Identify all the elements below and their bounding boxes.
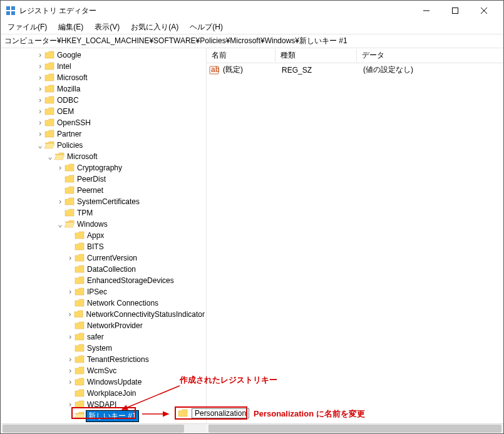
tree-node-label[interactable]: Microsoft xyxy=(56,73,89,82)
tree-node-label[interactable]: safer xyxy=(86,333,105,341)
tree-pane[interactable]: ›Google›Intel›Microsoft›Mozilla›ODBC›OEM… xyxy=(1,48,207,425)
tree-node[interactable]: PeerDist xyxy=(56,173,206,185)
maximize-button[interactable] xyxy=(441,1,470,20)
tree-node[interactable]: ›ODBC xyxy=(36,95,206,106)
chevron-right-icon[interactable]: › xyxy=(56,163,64,172)
tree-node-label[interactable]: OEM xyxy=(56,107,75,116)
menu-edit[interactable]: 編集(E) xyxy=(54,21,88,34)
tree-node-label[interactable]: Microsoft xyxy=(66,152,99,161)
tree-node-label[interactable]: PeerDist xyxy=(76,175,107,183)
tree-node-label[interactable]: IPSec xyxy=(86,287,108,296)
tree-node[interactable]: TPM xyxy=(56,207,206,219)
chevron-down-icon[interactable]: ⌄ xyxy=(36,141,44,150)
menu-file[interactable]: ファイル(F) xyxy=(3,21,51,34)
tree-node[interactable]: ›safer xyxy=(66,331,206,343)
close-button[interactable] xyxy=(470,1,498,20)
chevron-right-icon[interactable]: › xyxy=(36,96,44,105)
chevron-right-icon[interactable]: › xyxy=(36,130,44,138)
tree-node[interactable]: ›NetworkConnectivityStatusIndicator xyxy=(66,309,206,320)
tree-node-label[interactable]: ODBC xyxy=(56,96,80,105)
tree-node[interactable]: ›SystemCertificates xyxy=(56,196,206,207)
col-name[interactable]: 名前 xyxy=(207,49,275,62)
menu-help[interactable]: ヘルプ(H) xyxy=(185,21,227,34)
scrollbar-h-values[interactable] xyxy=(207,423,503,433)
tree-node-label[interactable]: EnhancedStorageDevices xyxy=(86,276,175,285)
folder-icon xyxy=(44,130,54,138)
minimize-button[interactable] xyxy=(412,1,441,20)
value-data: (値の設定なし) xyxy=(358,65,503,75)
tree-node[interactable]: ›OpenSSH xyxy=(36,117,206,128)
tree-node-label[interactable]: TPM xyxy=(76,209,94,217)
chevron-down-icon[interactable]: ⌄ xyxy=(46,152,54,161)
tree-node-label[interactable]: Peernet xyxy=(76,186,105,195)
tree-node-label[interactable]: SystemCertificates xyxy=(76,197,141,206)
tree-node-label[interactable]: TenantRestrictions xyxy=(86,355,150,364)
tree-node-label[interactable]: System xyxy=(86,344,113,353)
tree-node-label[interactable]: Appx xyxy=(86,231,105,240)
tree-node-label[interactable]: CurrentVersion xyxy=(86,254,138,262)
tree-node[interactable]: EnhancedStorageDevices xyxy=(66,275,206,286)
tree-node[interactable]: ›Partner xyxy=(36,128,206,140)
chevron-right-icon[interactable]: › xyxy=(66,355,75,364)
chevron-right-icon[interactable]: › xyxy=(56,197,64,206)
tree-node[interactable]: ⌄Windows xyxy=(56,219,206,230)
tree-node-label[interactable]: NetworkConnectivityStatusIndicator xyxy=(85,310,206,319)
tree-node[interactable]: ⌄Microsoft xyxy=(46,151,206,162)
chevron-right-icon[interactable]: › xyxy=(36,73,44,82)
tree-node[interactable]: System xyxy=(66,343,206,354)
tree-node[interactable]: BITS xyxy=(66,241,206,252)
menu-view[interactable]: 表示(V) xyxy=(90,21,124,34)
chevron-right-icon[interactable]: › xyxy=(66,378,75,386)
values-pane[interactable]: 名前 種類 データ ab (既定) REG_SZ (値の設定なし) xyxy=(207,48,503,425)
tree-node-label[interactable]: Network Connections xyxy=(86,299,160,307)
address-bar[interactable]: コンピューター¥HKEY_LOCAL_MACHINE¥SOFTWARE¥Poli… xyxy=(1,34,503,48)
chevron-right-icon[interactable]: › xyxy=(36,85,44,93)
tree-node-label[interactable]: Policies xyxy=(56,141,84,150)
tree-node[interactable]: Peernet xyxy=(56,185,206,196)
tree-node-label[interactable]: OpenSSH xyxy=(56,118,92,127)
chevron-right-icon[interactable]: › xyxy=(66,287,75,296)
string-value-icon: ab xyxy=(209,65,219,75)
tree-node-label[interactable]: Google xyxy=(56,51,83,59)
chevron-right-icon[interactable]: › xyxy=(66,333,75,341)
tree-node-label[interactable]: DataCollection xyxy=(86,265,137,274)
chevron-right-icon[interactable]: › xyxy=(36,62,44,71)
menu-favorites[interactable]: お気に入り(A) xyxy=(126,21,183,34)
col-type[interactable]: 種類 xyxy=(275,49,357,62)
chevron-right-icon[interactable]: › xyxy=(66,366,75,375)
tree-node[interactable]: Network Connections xyxy=(66,297,206,309)
tree-node[interactable]: ›CurrentVersion xyxy=(66,252,206,264)
tree-node[interactable]: NetworkProvider xyxy=(66,320,206,331)
tree-node-label[interactable]: Partner xyxy=(56,130,83,138)
tree-node[interactable]: ›Intel xyxy=(36,61,206,72)
col-data[interactable]: データ xyxy=(357,49,503,62)
tree-node[interactable]: ›Google xyxy=(36,49,206,61)
folder-icon xyxy=(64,175,75,183)
tree-node[interactable]: DataCollection xyxy=(66,264,206,275)
tree-node-label[interactable]: BITS xyxy=(86,242,105,251)
tree-node[interactable]: ›IPSec xyxy=(66,286,206,297)
tree-node-label[interactable]: Intel xyxy=(56,62,73,71)
tree-node[interactable]: ›TenantRestrictions xyxy=(66,354,206,365)
scrollbar-h-tree[interactable] xyxy=(1,423,207,433)
tree-node[interactable]: Appx xyxy=(66,230,206,241)
chevron-right-icon[interactable]: › xyxy=(36,51,44,59)
tree-node-label[interactable]: NetworkProvider xyxy=(86,321,144,330)
folder-icon xyxy=(75,366,85,375)
tree-node[interactable]: ›Microsoft xyxy=(36,72,206,83)
chevron-right-icon[interactable]: › xyxy=(66,254,75,262)
tree-node-label[interactable]: Mozilla xyxy=(56,85,81,93)
chevron-right-icon[interactable]: › xyxy=(66,310,74,319)
tree-node[interactable]: ›Cryptography xyxy=(56,162,206,173)
tree-node[interactable]: ⌄Policies xyxy=(36,140,206,151)
tree-node[interactable]: ›OEM xyxy=(36,106,206,117)
tree-node[interactable]: ›Mozilla xyxy=(36,83,206,95)
tree-node-label[interactable]: Windows xyxy=(76,220,109,229)
chevron-right-icon[interactable]: › xyxy=(36,118,44,127)
tree-node-label[interactable]: WcmSvc xyxy=(86,366,118,375)
tree-node-label[interactable]: Cryptography xyxy=(76,163,123,172)
chevron-right-icon[interactable]: › xyxy=(36,107,44,116)
value-row[interactable]: ab (既定) REG_SZ (値の設定なし) xyxy=(207,63,503,76)
chevron-down-icon[interactable]: ⌄ xyxy=(56,220,64,229)
folder-icon xyxy=(44,107,54,116)
